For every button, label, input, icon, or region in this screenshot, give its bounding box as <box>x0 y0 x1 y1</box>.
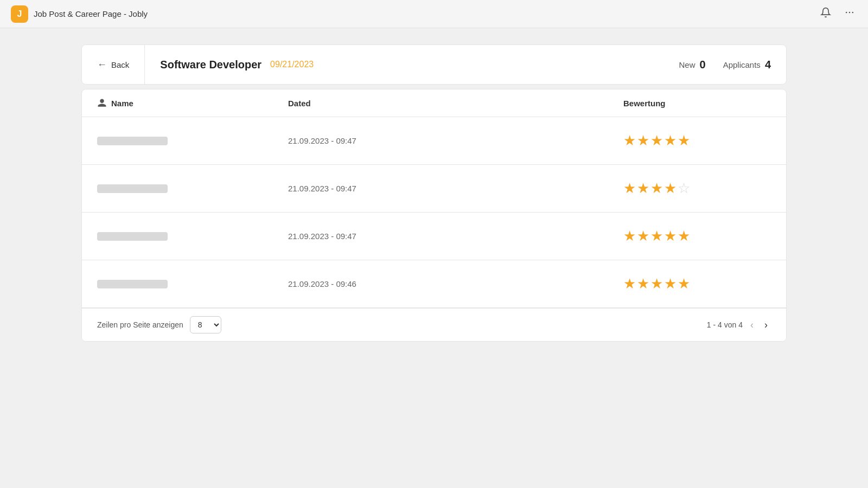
more-options-button[interactable] <box>842 5 857 23</box>
svg-point-1 <box>849 12 851 14</box>
name-placeholder <box>97 137 168 145</box>
table-footer: Zeilen pro Seite anzeigen 8 16 32 1 - 4 … <box>82 308 786 341</box>
pagination-next-button[interactable]: › <box>761 318 771 332</box>
star-4: ★ <box>664 180 676 197</box>
job-stats: New 0 Applicants 4 <box>664 59 786 71</box>
person-icon <box>97 98 107 108</box>
pagination-prev-button[interactable]: ‹ <box>747 318 757 332</box>
row-rating-cell-4: ★ ★ ★ ★ ★ <box>623 275 786 292</box>
col-header-name: Name <box>82 98 288 108</box>
row-rating-cell-1: ★ ★ ★ ★ ★ <box>623 132 786 149</box>
name-placeholder <box>97 280 168 288</box>
star-1: ★ <box>623 180 636 197</box>
row-name-cell <box>82 184 288 193</box>
row-name-cell <box>82 137 288 145</box>
col-header-dated: Dated <box>288 99 623 108</box>
star-3: ★ <box>650 228 663 245</box>
back-label: Back <box>111 60 129 69</box>
applicants-count: 4 <box>765 59 771 71</box>
star-5: ★ <box>678 228 690 245</box>
new-count: 0 <box>700 59 706 71</box>
row-date-cell-3: 21.09.2023 - 09:47 <box>288 232 623 241</box>
rows-per-page-select[interactable]: 8 16 32 <box>190 316 221 333</box>
pagination-text: 1 - 4 von 4 <box>707 320 743 329</box>
row-name-cell <box>82 232 288 241</box>
star-2: ★ <box>637 228 649 245</box>
star-4: ★ <box>664 132 676 149</box>
star-4: ★ <box>664 275 676 292</box>
job-date: 09/21/2023 <box>270 60 314 69</box>
topbar-left: J Job Post & Career Page - Jobly <box>11 5 148 23</box>
row-date-cell-2: 21.09.2023 - 09:47 <box>288 184 623 193</box>
star-3: ★ <box>650 132 663 149</box>
job-title: Software Developer <box>160 59 261 71</box>
star-5: ★ <box>678 275 690 292</box>
row-date-cell-4: 21.09.2023 - 09:46 <box>288 279 623 288</box>
svg-point-0 <box>846 12 847 14</box>
star-2: ★ <box>637 180 649 197</box>
star-2: ★ <box>637 275 649 292</box>
back-arrow-icon: ← <box>97 59 107 70</box>
back-button[interactable]: ← Back <box>82 45 145 84</box>
new-stat: New 0 <box>679 59 706 71</box>
job-info: Software Developer 09/21/2023 <box>145 59 663 71</box>
star-4: ★ <box>664 228 676 245</box>
topbar-title: Job Post & Career Page - Jobly <box>34 9 148 18</box>
star-5-empty: ☆ <box>678 180 690 197</box>
main-content: ← Back Software Developer 09/21/2023 New… <box>0 28 868 358</box>
row-rating-cell-3: ★ ★ ★ ★ ★ <box>623 228 786 245</box>
star-1: ★ <box>623 275 636 292</box>
table-row[interactable]: 21.09.2023 - 09:46 ★ ★ ★ ★ ★ <box>82 260 786 308</box>
table-row[interactable]: 21.09.2023 - 09:47 ★ ★ ★ ★ ★ <box>82 213 786 260</box>
rows-per-page-section: Zeilen pro Seite anzeigen 8 16 32 <box>97 316 221 333</box>
svg-point-2 <box>852 12 854 14</box>
pagination: 1 - 4 von 4 ‹ › <box>707 318 771 332</box>
app-icon: J <box>11 5 28 23</box>
new-label: New <box>679 60 695 69</box>
table-row[interactable]: 21.09.2023 - 09:47 ★ ★ ★ ★ ★ <box>82 117 786 165</box>
notification-icon-button[interactable] <box>818 5 833 23</box>
col-header-bewertung: Bewertung <box>623 99 786 108</box>
row-rating-cell-2: ★ ★ ★ ★ ☆ <box>623 180 786 197</box>
star-5: ★ <box>678 132 690 149</box>
star-3: ★ <box>650 180 663 197</box>
star-3: ★ <box>650 275 663 292</box>
star-1: ★ <box>623 132 636 149</box>
star-1: ★ <box>623 228 636 245</box>
star-2: ★ <box>637 132 649 149</box>
applicants-label: Applicants <box>723 60 761 69</box>
name-placeholder <box>97 184 168 193</box>
table-row[interactable]: 21.09.2023 - 09:47 ★ ★ ★ ★ ☆ <box>82 165 786 213</box>
topbar-actions <box>818 5 857 23</box>
applicants-stat: Applicants 4 <box>723 59 771 71</box>
row-name-cell <box>82 280 288 288</box>
row-date-cell-1: 21.09.2023 - 09:47 <box>288 136 623 145</box>
name-placeholder <box>97 232 168 241</box>
topbar: J Job Post & Career Page - Jobly <box>0 0 868 28</box>
applicants-table: Name Dated Bewertung 21.09.2023 - 09:47 … <box>81 89 787 342</box>
table-header: Name Dated Bewertung <box>82 89 786 117</box>
rows-per-page-label: Zeilen pro Seite anzeigen <box>97 320 183 329</box>
header-card: ← Back Software Developer 09/21/2023 New… <box>81 44 787 85</box>
